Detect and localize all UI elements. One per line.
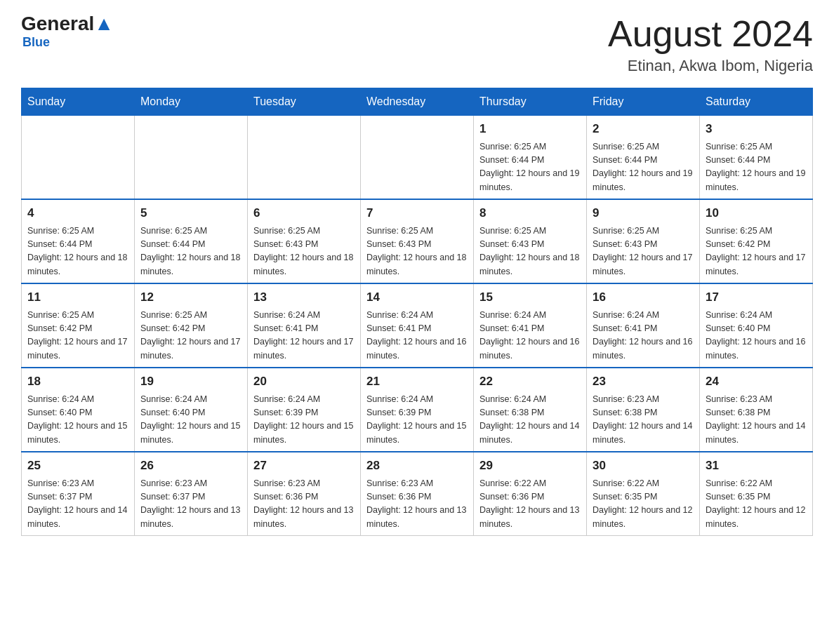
calendar-cell: 5Sunrise: 6:25 AMSunset: 6:44 PMDaylight… [135,199,248,283]
calendar-cell: 17Sunrise: 6:24 AMSunset: 6:40 PMDayligh… [700,283,813,368]
day-number: 25 [27,457,128,475]
calendar-cell: 15Sunrise: 6:24 AMSunset: 6:41 PMDayligh… [474,283,587,368]
day-number: 15 [479,288,581,307]
cell-info: Sunrise: 6:23 AMSunset: 6:36 PMDaylight:… [253,477,355,532]
calendar-week-row-5: 25Sunrise: 6:23 AMSunset: 6:37 PMDayligh… [22,452,813,536]
col-wednesday: Wednesday [361,88,474,116]
calendar-cell: 27Sunrise: 6:23 AMSunset: 6:36 PMDayligh… [248,452,361,536]
cell-info: Sunrise: 6:24 AMSunset: 6:41 PMDaylight:… [593,309,694,363]
calendar-cell: 6Sunrise: 6:25 AMSunset: 6:43 PMDaylight… [248,199,361,283]
col-tuesday: Tuesday [248,88,361,116]
cell-info: Sunrise: 6:25 AMSunset: 6:43 PMDaylight:… [253,224,355,279]
day-number: 11 [27,288,128,307]
day-number: 31 [706,457,807,475]
day-number: 27 [253,457,355,475]
cell-info: Sunrise: 6:24 AMSunset: 6:39 PMDaylight:… [366,393,468,448]
calendar-cell: 19Sunrise: 6:24 AMSunset: 6:40 PMDayligh… [135,368,248,452]
calendar-week-row-4: 18Sunrise: 6:24 AMSunset: 6:40 PMDayligh… [22,368,813,452]
day-number: 26 [140,457,241,475]
calendar-table: Sunday Monday Tuesday Wednesday Thursday… [21,88,813,536]
calendar-cell: 29Sunrise: 6:22 AMSunset: 6:36 PMDayligh… [474,452,587,536]
cell-info: Sunrise: 6:25 AMSunset: 6:44 PMDaylight:… [706,140,807,195]
day-number: 19 [140,373,241,391]
calendar-cell: 14Sunrise: 6:24 AMSunset: 6:41 PMDayligh… [361,283,474,368]
calendar-cell: 1Sunrise: 6:25 AMSunset: 6:44 PMDaylight… [474,116,587,200]
calendar-cell [135,116,248,200]
day-number: 8 [479,204,581,222]
day-number: 1 [479,120,581,138]
cell-info: Sunrise: 6:24 AMSunset: 6:40 PMDaylight:… [706,309,807,363]
day-number: 2 [593,120,694,138]
cell-info: Sunrise: 6:23 AMSunset: 6:37 PMDaylight:… [27,477,128,532]
page-header: General▲ Blue August 2024 Etinan, Akwa I… [21,14,813,75]
calendar-cell: 31Sunrise: 6:22 AMSunset: 6:35 PMDayligh… [700,452,813,536]
location-subtitle: Etinan, Akwa Ibom, Nigeria [608,57,813,75]
calendar-header-row: Sunday Monday Tuesday Wednesday Thursday… [22,88,813,116]
calendar-cell: 3Sunrise: 6:25 AMSunset: 6:44 PMDaylight… [700,116,813,200]
logo-blue-subtitle: Blue [22,35,50,50]
day-number: 6 [253,204,355,222]
calendar-cell: 12Sunrise: 6:25 AMSunset: 6:42 PMDayligh… [135,283,248,368]
logo-blue-text: ▲ [94,14,114,34]
day-number: 3 [706,120,807,138]
calendar-cell: 30Sunrise: 6:22 AMSunset: 6:35 PMDayligh… [587,452,700,536]
calendar-cell: 9Sunrise: 6:25 AMSunset: 6:43 PMDaylight… [587,199,700,283]
day-number: 12 [140,288,241,307]
calendar-week-row-2: 4Sunrise: 6:25 AMSunset: 6:44 PMDaylight… [22,199,813,283]
calendar-week-row-1: 1Sunrise: 6:25 AMSunset: 6:44 PMDaylight… [22,116,813,200]
calendar-cell: 21Sunrise: 6:24 AMSunset: 6:39 PMDayligh… [361,368,474,452]
calendar-cell: 4Sunrise: 6:25 AMSunset: 6:44 PMDaylight… [22,199,135,283]
cell-info: Sunrise: 6:24 AMSunset: 6:41 PMDaylight:… [479,309,581,363]
cell-info: Sunrise: 6:22 AMSunset: 6:36 PMDaylight:… [479,477,581,532]
calendar-week-row-3: 11Sunrise: 6:25 AMSunset: 6:42 PMDayligh… [22,283,813,368]
day-number: 13 [253,288,355,307]
calendar-cell: 8Sunrise: 6:25 AMSunset: 6:43 PMDaylight… [474,199,587,283]
calendar-cell: 25Sunrise: 6:23 AMSunset: 6:37 PMDayligh… [22,452,135,536]
day-number: 9 [593,204,694,222]
day-number: 10 [706,204,807,222]
col-monday: Monday [135,88,248,116]
cell-info: Sunrise: 6:22 AMSunset: 6:35 PMDaylight:… [593,477,694,532]
cell-info: Sunrise: 6:25 AMSunset: 6:42 PMDaylight:… [27,309,128,363]
cell-info: Sunrise: 6:24 AMSunset: 6:39 PMDaylight:… [253,393,355,448]
cell-info: Sunrise: 6:25 AMSunset: 6:44 PMDaylight:… [479,140,581,195]
calendar-cell: 10Sunrise: 6:25 AMSunset: 6:42 PMDayligh… [700,199,813,283]
day-number: 14 [366,288,468,307]
col-thursday: Thursday [474,88,587,116]
calendar-cell: 23Sunrise: 6:23 AMSunset: 6:38 PMDayligh… [587,368,700,452]
cell-info: Sunrise: 6:25 AMSunset: 6:44 PMDaylight:… [593,140,694,195]
day-number: 20 [253,373,355,391]
day-number: 21 [366,373,468,391]
calendar-cell: 26Sunrise: 6:23 AMSunset: 6:37 PMDayligh… [135,452,248,536]
calendar-cell: 11Sunrise: 6:25 AMSunset: 6:42 PMDayligh… [22,283,135,368]
cell-info: Sunrise: 6:23 AMSunset: 6:36 PMDaylight:… [366,477,468,532]
col-saturday: Saturday [700,88,813,116]
calendar-cell: 20Sunrise: 6:24 AMSunset: 6:39 PMDayligh… [248,368,361,452]
cell-info: Sunrise: 6:24 AMSunset: 6:41 PMDaylight:… [366,309,468,363]
calendar-cell [361,116,474,200]
logo: General▲ [21,14,114,34]
day-number: 17 [706,288,807,307]
day-number: 22 [479,373,581,391]
day-number: 28 [366,457,468,475]
cell-info: Sunrise: 6:22 AMSunset: 6:35 PMDaylight:… [706,477,807,532]
day-number: 24 [706,373,807,391]
calendar-cell: 28Sunrise: 6:23 AMSunset: 6:36 PMDayligh… [361,452,474,536]
logo-general-text: General [21,14,94,34]
cell-info: Sunrise: 6:25 AMSunset: 6:43 PMDaylight:… [479,224,581,279]
cell-info: Sunrise: 6:23 AMSunset: 6:38 PMDaylight:… [593,393,694,448]
calendar-cell: 24Sunrise: 6:23 AMSunset: 6:38 PMDayligh… [700,368,813,452]
cell-info: Sunrise: 6:25 AMSunset: 6:44 PMDaylight:… [27,224,128,279]
calendar-cell: 16Sunrise: 6:24 AMSunset: 6:41 PMDayligh… [587,283,700,368]
calendar-cell [248,116,361,200]
cell-info: Sunrise: 6:24 AMSunset: 6:41 PMDaylight:… [253,309,355,363]
day-number: 16 [593,288,694,307]
month-year-title: August 2024 [608,14,813,54]
cell-info: Sunrise: 6:25 AMSunset: 6:42 PMDaylight:… [140,309,241,363]
day-number: 30 [593,457,694,475]
cell-info: Sunrise: 6:23 AMSunset: 6:37 PMDaylight:… [140,477,241,532]
title-area: August 2024 Etinan, Akwa Ibom, Nigeria [608,14,813,75]
cell-info: Sunrise: 6:24 AMSunset: 6:38 PMDaylight:… [479,393,581,448]
calendar-cell: 22Sunrise: 6:24 AMSunset: 6:38 PMDayligh… [474,368,587,452]
cell-info: Sunrise: 6:25 AMSunset: 6:43 PMDaylight:… [593,224,694,279]
